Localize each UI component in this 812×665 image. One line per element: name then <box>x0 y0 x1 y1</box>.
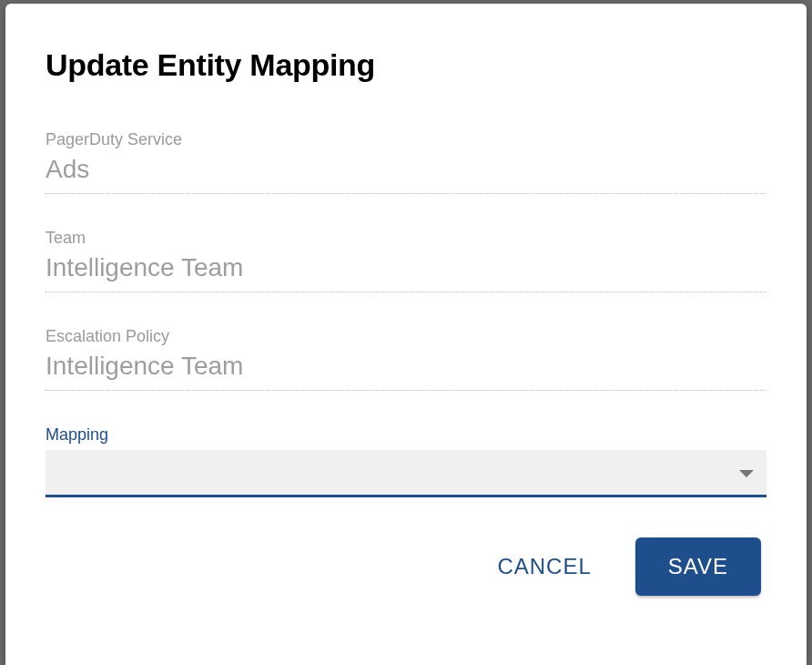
mapping-field: Mapping <box>46 425 766 497</box>
escalation-policy-value[interactable]: Intelligence Team <box>46 352 766 391</box>
team-value[interactable]: Intelligence Team <box>46 253 766 292</box>
pagerduty-service-value[interactable]: Ads <box>46 155 766 194</box>
save-button[interactable]: SAVE <box>635 537 761 596</box>
escalation-policy-label: Escalation Policy <box>46 327 766 346</box>
mapping-select-wrapper <box>46 450 766 497</box>
update-entity-mapping-modal: Update Entity Mapping PagerDuty Service … <box>5 4 807 665</box>
team-label: Team <box>46 229 766 248</box>
modal-actions: CANCEL SAVE <box>46 537 766 596</box>
modal-title: Update Entity Mapping <box>46 47 766 83</box>
escalation-policy-field: Escalation Policy Intelligence Team <box>46 327 766 391</box>
pagerduty-service-label: PagerDuty Service <box>46 130 766 149</box>
team-field: Team Intelligence Team <box>46 229 766 292</box>
cancel-button[interactable]: CANCEL <box>493 543 594 590</box>
pagerduty-service-field: PagerDuty Service Ads <box>46 130 766 194</box>
mapping-select[interactable] <box>46 450 766 497</box>
mapping-label: Mapping <box>46 425 766 445</box>
